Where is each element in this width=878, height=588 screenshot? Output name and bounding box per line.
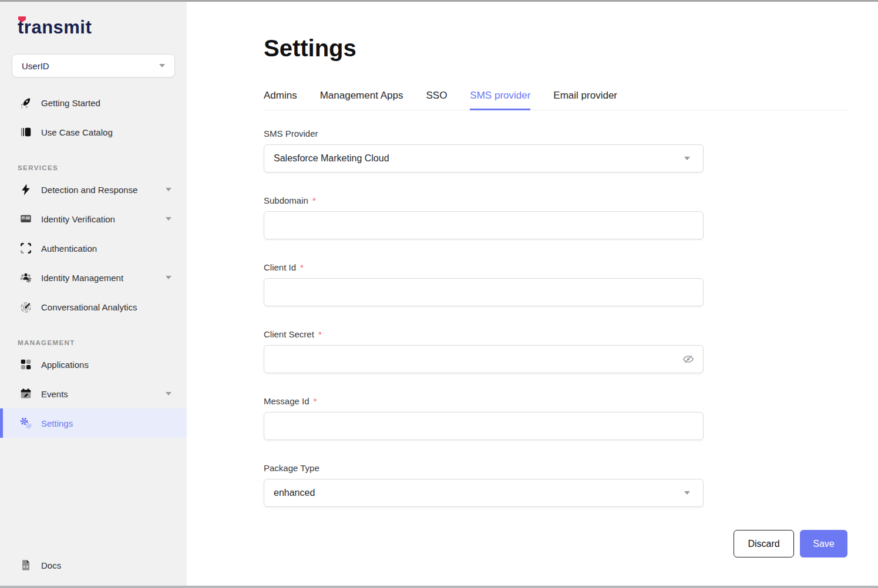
sms-provider-form: SMS Provider Salesforce Marketing Cloud … bbox=[264, 129, 704, 507]
eye-off-icon[interactable] bbox=[681, 352, 695, 366]
required-asterisk: * bbox=[312, 195, 316, 205]
doc-code-icon bbox=[19, 558, 33, 572]
label-text: Message Id bbox=[264, 396, 310, 406]
window-bottom-edge bbox=[0, 586, 878, 588]
transmit-logo: transmit bbox=[18, 17, 92, 38]
label-text: Client Id bbox=[264, 262, 296, 272]
section-title-services: SERVICES bbox=[18, 164, 187, 171]
chevron-down-icon[interactable] bbox=[166, 217, 171, 221]
sidebar-item-label: Use Case Catalog bbox=[41, 127, 113, 137]
chevron-down-icon bbox=[159, 64, 165, 67]
workspace-selector[interactable]: UserID bbox=[12, 54, 175, 77]
field-label: Client Secret * bbox=[264, 329, 704, 339]
sidebar-item-label: Getting Started bbox=[41, 98, 100, 108]
label-text: Package Type bbox=[264, 463, 319, 473]
chevron-down-icon[interactable] bbox=[166, 276, 171, 279]
sidebar-item-docs[interactable]: Docs bbox=[0, 550, 187, 580]
sidebar-item-detection-and-response[interactable]: Detection and Response bbox=[0, 175, 187, 204]
label-text: Client Secret bbox=[264, 329, 314, 339]
field-label: Subdomain * bbox=[264, 195, 704, 205]
rocket-icon bbox=[19, 96, 33, 110]
users-gear-icon bbox=[19, 271, 33, 285]
sidebar-item-label: Detection and Response bbox=[41, 185, 137, 195]
tab-management-apps[interactable]: Management Apps bbox=[320, 90, 403, 110]
sidebar-item-use-case-catalog[interactable]: Use Case Catalog bbox=[0, 117, 187, 147]
sidebar-item-label: Conversational Analytics bbox=[41, 302, 137, 312]
tab-sms-provider[interactable]: SMS provider bbox=[470, 90, 530, 110]
section-title-management: MANAGEMENT bbox=[18, 339, 187, 346]
gauge-icon bbox=[19, 300, 33, 314]
sidebar-item-identity-verification[interactable]: Identity Verification bbox=[0, 204, 187, 234]
workspace-value: UserID bbox=[22, 61, 49, 71]
app-grid-icon bbox=[19, 357, 33, 371]
field-message-id: Message Id * bbox=[264, 396, 704, 440]
field-label: Message Id * bbox=[264, 396, 704, 406]
lightning-icon bbox=[19, 183, 33, 197]
sms-provider-select[interactable]: Salesforce Marketing Cloud bbox=[264, 144, 704, 173]
selected-value: Salesforce Marketing Cloud bbox=[274, 153, 389, 164]
field-sms-provider: SMS Provider Salesforce Marketing Cloud bbox=[264, 129, 704, 173]
sidebar-nav: Getting Started Use Case Catalog SERVICE… bbox=[0, 88, 187, 586]
tab-admins[interactable]: Admins bbox=[264, 90, 297, 110]
sidebar-item-settings[interactable]: Settings bbox=[0, 408, 187, 438]
field-subdomain: Subdomain * bbox=[264, 195, 704, 239]
sidebar-item-label: Docs bbox=[41, 560, 61, 570]
logo-text: transmit bbox=[18, 17, 92, 38]
id-card-icon bbox=[19, 212, 33, 226]
tab-sso[interactable]: SSO bbox=[426, 90, 447, 110]
sidebar-item-getting-started[interactable]: Getting Started bbox=[0, 88, 187, 117]
field-client-secret: Client Secret * bbox=[264, 329, 704, 373]
chevron-down-icon bbox=[684, 157, 690, 160]
field-label: Client Id * bbox=[264, 262, 704, 272]
field-client-id: Client Id * bbox=[264, 262, 704, 306]
chevron-down-icon bbox=[684, 491, 690, 495]
sidebar-item-label: Identity Management bbox=[41, 273, 123, 283]
sidebar-item-label: Applications bbox=[41, 360, 89, 370]
sidebar-item-label: Events bbox=[41, 389, 68, 399]
gears-icon bbox=[19, 416, 33, 430]
sidebar: transmit UserID Getting Started bbox=[0, 2, 187, 586]
main-content: Settings Admins Management Apps SSO SMS … bbox=[187, 2, 878, 586]
client-secret-input-wrap bbox=[264, 345, 704, 373]
discard-button[interactable]: Discard bbox=[734, 530, 794, 557]
subdomain-input[interactable] bbox=[264, 211, 704, 239]
sidebar-item-authentication[interactable]: Authentication bbox=[0, 234, 187, 263]
package-type-select[interactable]: enhanced bbox=[264, 479, 704, 507]
calendar-edit-icon bbox=[19, 387, 33, 401]
settings-tabs: Admins Management Apps SSO SMS provider … bbox=[264, 90, 847, 110]
field-package-type: Package Type enhanced bbox=[264, 463, 704, 507]
tab-email-provider[interactable]: Email provider bbox=[553, 90, 617, 110]
required-asterisk: * bbox=[300, 262, 304, 272]
field-label: SMS Provider bbox=[264, 129, 704, 138]
required-asterisk: * bbox=[318, 329, 322, 339]
required-asterisk: * bbox=[314, 396, 317, 406]
label-text: Subdomain bbox=[264, 195, 308, 205]
chevron-down-icon[interactable] bbox=[166, 392, 171, 396]
sidebar-item-conversational-analytics[interactable]: Conversational Analytics bbox=[0, 292, 187, 322]
catalog-icon bbox=[19, 125, 33, 139]
sidebar-item-applications[interactable]: Applications bbox=[0, 350, 187, 379]
sidebar-item-label: Authentication bbox=[41, 244, 97, 254]
logo-container: transmit bbox=[0, 2, 187, 39]
sidebar-item-identity-management[interactable]: Identity Management bbox=[0, 263, 187, 292]
sidebar-item-events[interactable]: Events bbox=[0, 379, 187, 408]
sidebar-item-label: Identity Verification bbox=[41, 214, 115, 224]
sidebar-item-label: Settings bbox=[41, 418, 73, 428]
save-button[interactable]: Save bbox=[800, 530, 847, 557]
message-id-input[interactable] bbox=[264, 412, 704, 440]
field-label: Package Type bbox=[264, 463, 704, 473]
scan-frame-icon bbox=[19, 241, 33, 255]
page-title: Settings bbox=[264, 35, 847, 62]
client-secret-input[interactable] bbox=[264, 345, 704, 373]
selected-value: enhanced bbox=[274, 488, 315, 498]
client-id-input[interactable] bbox=[264, 278, 704, 306]
form-actions: Discard Save bbox=[264, 530, 847, 557]
chevron-down-icon[interactable] bbox=[166, 188, 171, 191]
label-text: SMS Provider bbox=[264, 129, 318, 138]
